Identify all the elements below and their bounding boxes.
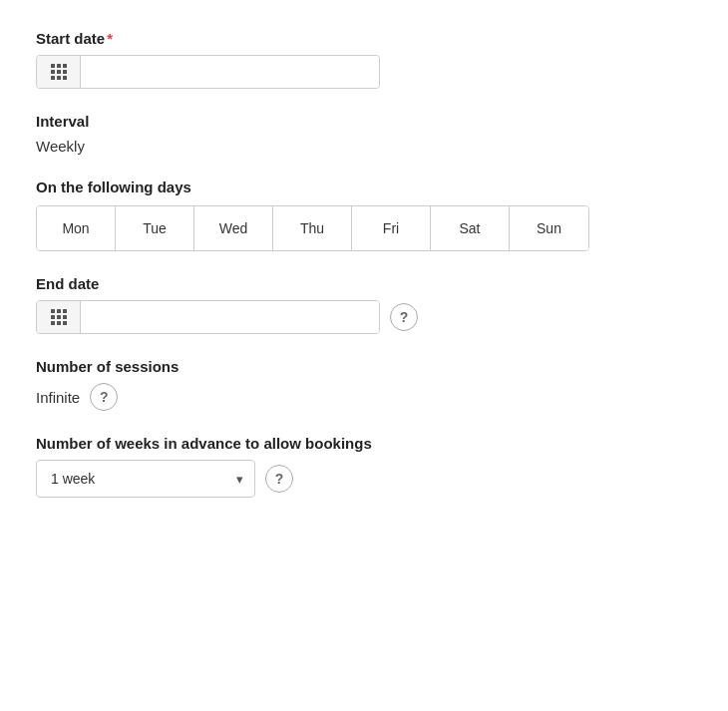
svg-rect-1 bbox=[57, 64, 61, 68]
advance-bookings-row: 1 week 2 weeks 3 weeks 4 weeks ▾ ? bbox=[36, 460, 692, 498]
svg-rect-8 bbox=[63, 76, 67, 80]
svg-rect-4 bbox=[57, 70, 61, 74]
day-saturday[interactable]: Sat bbox=[431, 206, 510, 250]
svg-rect-3 bbox=[51, 70, 55, 74]
end-date-help-icon[interactable]: ? bbox=[390, 303, 418, 331]
day-thursday[interactable]: Thu bbox=[273, 206, 352, 250]
svg-rect-17 bbox=[63, 321, 67, 325]
day-monday[interactable]: Mon bbox=[37, 206, 116, 250]
interval-section: Interval Weekly bbox=[36, 113, 692, 155]
start-date-calendar-button[interactable] bbox=[37, 56, 81, 88]
sessions-value: Infinite bbox=[36, 389, 80, 406]
start-date-label: Start date* bbox=[36, 30, 692, 47]
day-wednesday[interactable]: Wed bbox=[194, 206, 273, 250]
sessions-label: Number of sessions bbox=[36, 358, 692, 375]
svg-rect-5 bbox=[63, 70, 67, 74]
svg-rect-7 bbox=[57, 76, 61, 80]
days-grid: Mon Tue Wed Thu Fri Sat Sun bbox=[36, 205, 589, 251]
sessions-value-row: Infinite ? bbox=[36, 383, 692, 411]
svg-rect-11 bbox=[63, 309, 67, 313]
svg-rect-10 bbox=[57, 309, 61, 313]
advance-bookings-select[interactable]: 1 week 2 weeks 3 weeks 4 weeks bbox=[36, 460, 255, 498]
advance-bookings-section: Number of weeks in advance to allow book… bbox=[36, 435, 692, 498]
end-date-row: ? bbox=[36, 300, 692, 334]
svg-rect-9 bbox=[51, 309, 55, 313]
day-tuesday[interactable]: Tue bbox=[116, 206, 194, 250]
interval-value: Weekly bbox=[36, 138, 692, 155]
start-date-label-text: Start date bbox=[36, 30, 105, 47]
svg-rect-15 bbox=[51, 321, 55, 325]
svg-rect-14 bbox=[63, 315, 67, 319]
following-days-label: On the following days bbox=[36, 178, 692, 195]
interval-label: Interval bbox=[36, 113, 692, 130]
following-days-section: On the following days Mon Tue Wed Thu Fr… bbox=[36, 178, 692, 251]
sessions-help-icon[interactable]: ? bbox=[90, 383, 118, 411]
calendar-grid-icon-end bbox=[50, 308, 68, 326]
required-star: * bbox=[107, 30, 113, 47]
svg-rect-0 bbox=[51, 64, 55, 68]
advance-bookings-label: Number of weeks in advance to allow book… bbox=[36, 435, 692, 452]
start-date-input[interactable] bbox=[81, 56, 379, 88]
end-date-section: End date ? bbox=[36, 275, 692, 334]
calendar-grid-icon bbox=[50, 63, 68, 81]
svg-rect-13 bbox=[57, 315, 61, 319]
start-date-input-wrapper bbox=[36, 55, 380, 89]
start-date-section: Start date* bbox=[36, 30, 692, 89]
advance-bookings-select-container: 1 week 2 weeks 3 weeks 4 weeks ▾ bbox=[36, 460, 255, 498]
svg-rect-6 bbox=[51, 76, 55, 80]
end-date-calendar-button[interactable] bbox=[37, 301, 81, 333]
end-date-input[interactable] bbox=[81, 301, 379, 333]
svg-rect-2 bbox=[63, 64, 67, 68]
sessions-section: Number of sessions Infinite ? bbox=[36, 358, 692, 411]
day-sunday[interactable]: Sun bbox=[510, 206, 588, 250]
advance-bookings-help-icon[interactable]: ? bbox=[265, 465, 293, 493]
svg-rect-16 bbox=[57, 321, 61, 325]
end-date-input-wrapper bbox=[36, 300, 380, 334]
svg-rect-12 bbox=[51, 315, 55, 319]
end-date-label: End date bbox=[36, 275, 692, 292]
day-friday[interactable]: Fri bbox=[352, 206, 431, 250]
